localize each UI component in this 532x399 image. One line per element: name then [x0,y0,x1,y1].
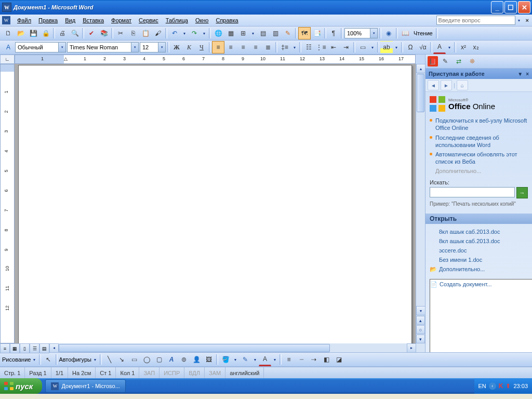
print-button[interactable]: 🖨 [56,27,69,39]
align-center-button[interactable]: ≡ [224,41,237,54]
tp-create-doc[interactable]: Создать документ... [430,279,532,352]
numbered-list-button[interactable]: ☷ [302,41,315,54]
select-objects-button[interactable]: ↖ [42,353,55,366]
highlight-button[interactable]: ab [380,41,393,54]
drawing-toolbar-button[interactable]: ✎ [282,27,294,39]
menu-help[interactable]: Справка [212,16,242,25]
tray-show-hidden-icon[interactable]: ‹ [489,382,496,390]
help-question-input[interactable] [436,16,515,25]
align-justify-button[interactable]: ≡ [249,41,262,54]
tp-recent-file-3[interactable]: эссеге.doc [430,246,528,255]
help-question-dropdown[interactable]: ▾ [515,14,523,26]
align-right-button[interactable]: ≡ [237,41,249,54]
status-language[interactable]: английский [225,367,264,378]
underline-button[interactable]: Ч [195,41,208,54]
columns-button[interactable]: ▥ [269,27,282,39]
redo-dropdown[interactable]: ▾ [201,27,208,39]
tray-network-icon[interactable]: ⬆ [506,382,511,390]
tp-search-input[interactable] [430,187,515,197]
undo-dropdown[interactable]: ▾ [181,27,188,39]
tp-recent-file-4[interactable]: Без имени 1.doc [430,255,528,264]
hyperlink-button[interactable]: 🌐 [212,27,224,39]
browse-object-button[interactable]: ○ [416,325,425,334]
tray-clock[interactable]: 23:03 [513,383,528,389]
tp-link-connect[interactable]: Подключиться к веб-узлу Microsoft Office… [430,117,528,132]
menu-view[interactable]: Вид [61,16,79,25]
insert-table-dropdown[interactable]: ▾ [249,27,257,39]
zoom-combo[interactable]: 100%▾ [344,28,378,38]
bulleted-list-button[interactable]: ⋮≡ [315,41,327,54]
redo-button[interactable]: ↷ [188,27,201,39]
format-painter-button[interactable]: 🖌 [152,27,164,39]
document-page[interactable] [18,65,412,343]
font-color-button[interactable]: A [433,41,446,54]
increase-indent-button[interactable]: ⇥ [340,41,352,54]
fontsize-combo[interactable]: 12▾ [140,42,166,52]
wordart-button[interactable]: A [165,353,178,366]
scroll-right-button[interactable]: ▸ [407,343,416,353]
arrow-style-button[interactable]: ⇢ [308,353,320,366]
status-track[interactable]: ИСПР [159,367,184,378]
clipart-button[interactable]: 👤 [190,353,203,366]
research-button[interactable]: 📚 [98,27,110,39]
tray-lang-icon[interactable]: EN [478,383,486,389]
line-style-button[interactable]: ≡ [283,353,295,366]
taskpane-close-button[interactable]: × [526,71,529,77]
minimize-button[interactable]: _ [491,1,503,14]
show-formatting-button[interactable]: 📑 [311,27,323,39]
taskpane-home-button[interactable]: ⌂ [457,80,468,90]
tray-kaspersky-icon[interactable]: K [499,382,503,390]
line-color-button[interactable]: ✎ [239,353,251,366]
line-spacing-dropdown[interactable]: ▾ [291,41,298,54]
maximize-button[interactable]: ☐ [504,1,517,14]
taskpane-back-button[interactable]: ◄ [428,80,439,90]
distributed-button[interactable]: ≣ [262,41,274,54]
reading-layout-icon[interactable]: 📖 [399,27,411,39]
decrease-indent-button[interactable]: ⇤ [327,41,340,54]
font-color-draw-button[interactable]: A [259,353,271,366]
tp-link-news[interactable]: Последние сведения об использовании Word [430,134,528,149]
bold-button[interactable]: Ж [170,41,183,54]
align-left-button[interactable]: ≡ [212,41,224,54]
menu-tools[interactable]: Сервис [135,16,162,25]
reading-layout-label[interactable]: Чтение [411,30,435,36]
paste-button[interactable]: 📋 [139,27,152,39]
help-button[interactable]: ◉ [382,27,395,39]
textbox-button[interactable]: ▢ [153,353,165,366]
equation-button[interactable]: √α [417,41,429,54]
subscript-button[interactable]: x₂ [470,41,482,54]
vertical-ruler[interactable]: 12 34 56 78 910 1112 [0,64,15,343]
spellcheck-button[interactable]: ✔ [85,27,98,39]
style-combo[interactable]: Обычный▾ [15,42,66,52]
web-view-button[interactable]: ▦ [10,343,20,353]
horizontal-ruler[interactable]: ∟ 1△ 12 34 56 78 910 1112 1314 1516 17 [0,55,425,64]
tp-recent-file-2[interactable]: 8кл ашык саб.2013.doc [430,236,528,246]
copy-button[interactable]: ⎘ [127,27,139,39]
autoshapes-menu[interactable]: Автофигуры [59,356,91,363]
taskpane-menu-button[interactable]: ▼ [517,71,523,77]
status-extend[interactable]: ВДЛ [184,367,205,378]
taskbar-word-button[interactable]: WДокумент1 - Microso... [45,379,125,393]
styles-task-button[interactable]: A [2,41,15,54]
superscript-button[interactable]: x² [457,41,470,54]
taskpane-fwd-button[interactable]: ► [441,80,452,90]
picture-button[interactable]: 🖼 [203,353,215,366]
line-button[interactable]: ╲ [103,353,115,366]
arrow-button[interactable]: ↘ [115,353,128,366]
normal-view-button[interactable]: ≡ [0,343,10,353]
next-page-button[interactable]: ▾ [416,335,425,343]
menu-insert[interactable]: Вставка [79,16,108,25]
highlight-dropdown[interactable]: ▾ [393,41,400,54]
new-doc-button[interactable]: 🗋 [2,27,15,39]
italic-button[interactable]: К [183,41,195,54]
status-overtype[interactable]: ЗАМ [205,367,225,378]
print-view-button[interactable]: ▯ [20,343,30,353]
oval-button[interactable]: ◯ [140,353,153,366]
scroll-left-button[interactable]: ◂ [49,343,59,353]
show-codes-button[interactable]: ¶ [327,27,340,39]
dictionary-icon[interactable]: 📕 [428,56,438,66]
excel-button[interactable]: ▤ [257,27,269,39]
borders-dropdown[interactable]: ▾ [369,41,376,54]
font-combo[interactable]: Times New Roman▾ [67,42,139,52]
drawing-menu[interactable]: Рисование [2,356,31,363]
